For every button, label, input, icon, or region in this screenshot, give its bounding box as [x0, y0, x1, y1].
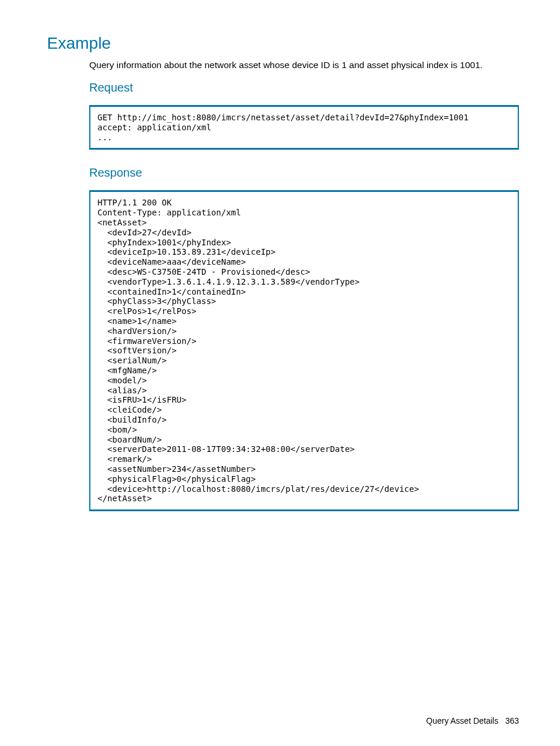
footer-page-number: 363 [505, 716, 519, 725]
example-description: Query information about the network asse… [89, 60, 519, 70]
page-footer: Query Asset Details 363 [426, 716, 519, 725]
example-heading: Example [47, 34, 519, 53]
response-code-block: HTTP/1.1 200 OK Content-Type: applicatio… [89, 190, 519, 511]
response-heading: Response [89, 166, 519, 180]
request-heading: Request [89, 81, 519, 94]
footer-section-title: Query Asset Details [426, 716, 498, 725]
request-code-block: GET http://imc_host:8080/imcrs/netasset/… [89, 105, 519, 150]
